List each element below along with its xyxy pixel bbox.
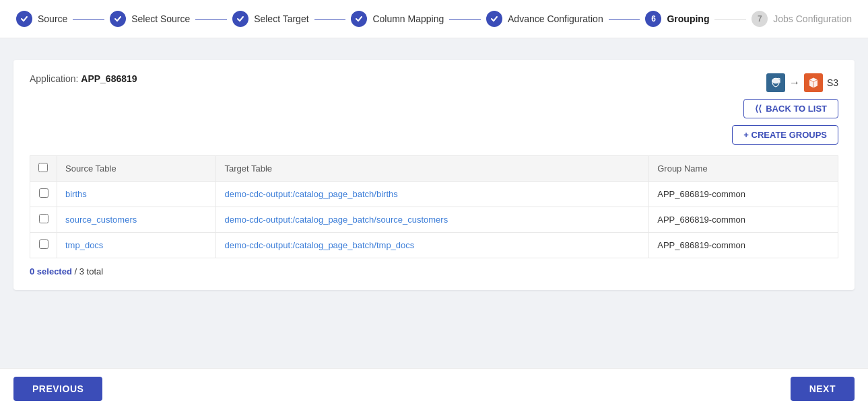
row-checkbox-0[interactable]	[39, 188, 48, 198]
stepper: Source Select Source Select Target Colum…	[0, 0, 868, 38]
source-table-link[interactable]: tmp_docs	[65, 240, 103, 250]
content-card: Application: APP_686819 →	[13, 60, 855, 290]
source-table-cell: source_customers	[57, 207, 216, 233]
back-to-list-button[interactable]: ⟨⟨ BACK TO LIST	[743, 99, 838, 118]
target-table-cell: demo-cdc-output:/catalog_page_batch/tmp_…	[216, 233, 649, 258]
s3-icon	[804, 73, 823, 92]
row-checkbox-cell	[30, 233, 57, 258]
step-column-mapping-label: Column Mapping	[372, 13, 444, 24]
step-advance-config: Advance Configuration	[486, 11, 603, 27]
step-select-target: Select Target	[232, 11, 308, 27]
connector-3	[314, 19, 346, 20]
step-source-label: Source	[38, 13, 67, 24]
header-target-table: Target Table	[216, 156, 649, 182]
target-table-link[interactable]: demo-cdc-output:/catalog_page_batch/birt…	[224, 189, 397, 199]
step-advance-config-label: Advance Configuration	[508, 13, 603, 24]
previous-button[interactable]: PREVIOUS	[13, 377, 102, 401]
main-content: Application: APP_686819 →	[0, 38, 868, 368]
postgres-icon	[766, 73, 785, 92]
step-advance-config-circle	[486, 11, 502, 27]
connector-6	[714, 19, 746, 20]
table-row: births demo-cdc-output:/catalog_page_bat…	[30, 182, 838, 207]
back-icon: ⟨⟨	[755, 104, 762, 114]
row-checkbox-cell	[30, 207, 57, 233]
target-table-cell: demo-cdc-output:/catalog_page_batch/sour…	[216, 207, 649, 233]
arrow-icon: →	[789, 77, 800, 89]
footer: PREVIOUS NEXT	[0, 368, 868, 409]
connector-1	[73, 19, 104, 20]
connector-5	[609, 19, 640, 20]
source-table-link[interactable]: source_customers	[65, 215, 137, 225]
step-source: Source	[16, 11, 67, 27]
select-all-checkbox[interactable]	[38, 163, 48, 172]
step-jobs-config-label: Jobs Configuration	[773, 13, 852, 24]
row-checkbox-2[interactable]	[39, 239, 48, 249]
selected-count: 0 selected	[30, 266, 72, 276]
app-label: Application: APP_686819	[30, 73, 137, 84]
header-right: → S3 ⟨⟨ BACK TO LIST + CREATE GROUPS	[732, 73, 838, 145]
app-name: APP_686819	[81, 73, 137, 84]
step-jobs-config: 7 Jobs Configuration	[752, 11, 852, 27]
step-select-target-label: Select Target	[254, 13, 308, 24]
table-row: tmp_docs demo-cdc-output:/catalog_page_b…	[30, 233, 838, 258]
step-source-circle	[16, 11, 32, 27]
row-checkbox-1[interactable]	[39, 214, 48, 223]
step-column-mapping: Column Mapping	[351, 11, 444, 27]
header-group-name: Group Name	[649, 156, 838, 182]
step-grouping-circle: 6	[645, 11, 661, 27]
step-jobs-config-circle: 7	[752, 11, 768, 27]
data-table: Source Table Target Table Group Name bir…	[30, 155, 838, 258]
step-column-mapping-circle	[351, 11, 367, 27]
step-select-source-circle	[110, 11, 126, 27]
target-table-cell: demo-cdc-output:/catalog_page_batch/birt…	[216, 182, 649, 207]
connection-info: → S3	[766, 73, 838, 92]
step-grouping: 6 Grouping	[645, 11, 709, 27]
connector-4	[449, 19, 481, 20]
header-source-table: Source Table	[57, 156, 216, 182]
source-table-link[interactable]: births	[65, 189, 87, 199]
table-row: source_customers demo-cdc-output:/catalo…	[30, 207, 838, 233]
target-table-link[interactable]: demo-cdc-output:/catalog_page_batch/tmp_…	[224, 240, 414, 250]
row-checkbox-cell	[30, 182, 57, 207]
s3-label: S3	[827, 77, 838, 88]
step-select-target-circle	[232, 11, 248, 27]
content-header: Application: APP_686819 →	[30, 73, 838, 145]
selection-info: 0 selected / 3 total	[30, 266, 838, 276]
source-table-cell: tmp_docs	[57, 233, 216, 258]
step-grouping-label: Grouping	[667, 13, 709, 24]
table-header: Source Table Target Table Group Name	[30, 156, 838, 182]
group-name-cell: APP_686819-common	[649, 182, 838, 207]
table-body: births demo-cdc-output:/catalog_page_bat…	[30, 182, 838, 258]
source-table-cell: births	[57, 182, 216, 207]
step-select-source-label: Select Source	[131, 13, 190, 24]
next-button[interactable]: NEXT	[791, 377, 855, 401]
group-name-cell: APP_686819-common	[649, 207, 838, 233]
header-checkbox-cell	[30, 156, 57, 182]
create-groups-button[interactable]: + CREATE GROUPS	[732, 125, 838, 145]
total-count: / 3 total	[75, 266, 104, 276]
connector-2	[195, 19, 227, 20]
target-table-link[interactable]: demo-cdc-output:/catalog_page_batch/sour…	[224, 215, 448, 225]
group-name-cell: APP_686819-common	[649, 233, 838, 258]
step-select-source: Select Source	[110, 11, 190, 27]
